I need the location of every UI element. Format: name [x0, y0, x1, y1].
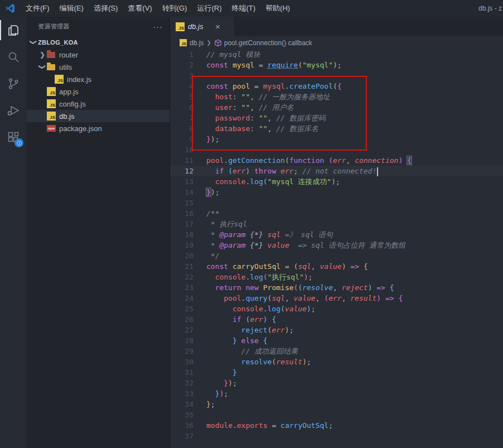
- token: =>: [376, 283, 385, 292]
- line-content: if (err) {: [194, 314, 276, 325]
- code-line-35[interactable]: 35: [170, 410, 503, 420]
- code-line-32[interactable]: 32});: [170, 378, 503, 388]
- line-content: console.log("执行sql");: [194, 272, 312, 282]
- menu-item-2[interactable]: 选择(S): [89, 0, 123, 17]
- token: {: [364, 262, 368, 271]
- code-line-28[interactable]: 28} else {: [170, 335, 503, 346]
- activity-source-control[interactable]: [0, 70, 27, 97]
- code-line-1[interactable]: 1// mysql 模块: [170, 49, 503, 60]
- code-line-37[interactable]: 37: [170, 431, 503, 441]
- code-line-23[interactable]: 23return new Promise((resolve, reject) =…: [170, 282, 503, 293]
- activity-search[interactable]: [0, 44, 27, 70]
- code-line-13[interactable]: 13console.log("mysql 连接成功");: [170, 176, 503, 187]
- menu-item-7[interactable]: 帮助(H): [260, 0, 295, 17]
- token: ): [302, 358, 307, 366]
- tab-dbjs[interactable]: JS db.js ×: [170, 17, 235, 36]
- code-line-20[interactable]: 20 */: [170, 251, 503, 261]
- code-editor[interactable]: 1// mysql 模块2const mysql = require("mysq…: [170, 49, 503, 448]
- breadcrumb-item-0[interactable]: JSdb.js: [180, 39, 204, 47]
- code-line-31[interactable]: 31}: [170, 367, 503, 378]
- code-line-14[interactable]: 14});: [170, 187, 503, 197]
- token: =》 sql 语句: [280, 230, 333, 239]
- activity-explorer[interactable]: [0, 17, 27, 44]
- token: [259, 336, 263, 345]
- code-line-21[interactable]: 21const carryOutSql = (sql, value) => {: [170, 261, 503, 272]
- code-line-36[interactable]: 36module.exports = carryOutSql;: [170, 420, 503, 431]
- menu-item-3[interactable]: 查看(V): [123, 0, 157, 17]
- more-actions-icon[interactable]: ···: [153, 22, 163, 31]
- code-line-18[interactable]: 18 * @param {*} sql =》 sql 语句: [170, 229, 503, 240]
- editor-group: JS db.js × JSdb.js❯pool.getConnection() …: [170, 17, 503, 448]
- code-line-26[interactable]: 26if (err) {: [170, 314, 503, 325]
- line-number: 7: [170, 113, 194, 123]
- code-line-12[interactable]: 12if (err) throw err; // not connected!: [170, 166, 503, 176]
- code-line-17[interactable]: 17 * 执行sql: [170, 219, 503, 229]
- code-line-24[interactable]: 24pool.query(sql, value, (err, result) =…: [170, 293, 503, 304]
- code-line-4[interactable]: 4const pool = mysql.createPool({: [170, 81, 503, 91]
- activity-run-debug[interactable]: [0, 97, 27, 124]
- tree-item-db-js[interactable]: JSdb.js: [27, 110, 170, 122]
- explorer-header: 资源管理器 ···: [27, 17, 170, 36]
- code-line-8[interactable]: 8database: "", // 数据库名: [170, 123, 503, 134]
- code-line-25[interactable]: 25console.log(value);: [170, 304, 503, 314]
- code-line-5[interactable]: 5host: "", // 一般为服务器地址: [170, 91, 503, 102]
- tree-item-package-json[interactable]: npmpackage.json: [27, 122, 170, 134]
- code-line-2[interactable]: 2const mysql = require("mysql");: [170, 60, 503, 70]
- token: mysql: [263, 82, 285, 90]
- token: ;: [311, 305, 316, 313]
- tree-item-config-js[interactable]: JSconfig.js: [27, 98, 170, 110]
- line-content: });: [194, 378, 237, 388]
- line-number: 27: [170, 325, 194, 335]
- code-line-7[interactable]: 7password: "", // 数据库密码: [170, 113, 503, 123]
- workspace-section-header[interactable]: ❯ ZBLOG_KOA: [27, 36, 170, 49]
- token: const: [206, 61, 233, 69]
- token: exports: [237, 421, 268, 430]
- close-icon[interactable]: ×: [212, 21, 223, 32]
- menu-item-6[interactable]: 终端(T): [226, 0, 260, 17]
- line-content: * @param {*} value => sql 语句占位符 通常为数组: [194, 240, 405, 251]
- code-line-30[interactable]: 30resolve(result);: [170, 357, 503, 367]
- menu-item-1[interactable]: 编辑(E): [55, 0, 89, 17]
- token: }: [206, 135, 211, 143]
- code-line-22[interactable]: 22console.log("执行sql");: [170, 272, 503, 282]
- token: (: [333, 82, 337, 90]
- code-line-3[interactable]: 3: [170, 70, 503, 81]
- tree-item-utils[interactable]: ❯utils: [27, 61, 170, 73]
- tree-item-label: package.json: [59, 124, 102, 133]
- token: result: [276, 358, 302, 366]
- token: // 用户名: [259, 103, 293, 112]
- line-number: 14: [170, 187, 194, 197]
- breadcrumb-item-1[interactable]: pool.getConnection() callback: [214, 39, 312, 47]
- code-line-15[interactable]: 15: [170, 197, 503, 208]
- code-line-9[interactable]: 9});: [170, 134, 503, 144]
- menu-item-5[interactable]: 运行(R): [192, 0, 226, 17]
- line-content: });: [194, 388, 228, 399]
- token: ;: [308, 273, 313, 281]
- code-line-11[interactable]: 11pool.getConnection(function (err, conn…: [170, 155, 503, 166]
- tree-item-index-js[interactable]: JSindex.js: [27, 73, 170, 85]
- code-line-27[interactable]: 27reject(err);: [170, 325, 503, 335]
- token: log: [250, 273, 263, 281]
- code-line-10[interactable]: 10: [170, 144, 503, 155]
- code-line-33[interactable]: 33});: [170, 388, 503, 399]
- line-number: 22: [170, 272, 194, 282]
- activity-extensions[interactable]: [0, 124, 27, 151]
- code-line-16[interactable]: 16/**: [170, 208, 503, 219]
- code-line-6[interactable]: 6user: "", // 用户名: [170, 102, 503, 113]
- line-content: return new Promise((resolve, reject) => …: [194, 282, 394, 293]
- code-line-29[interactable]: 29// 成功返回结果: [170, 346, 503, 357]
- line-content: const carryOutSql = (sql, value) => {: [194, 261, 368, 272]
- token: // 一般为服务器地址: [259, 93, 330, 101]
- token: [385, 283, 390, 292]
- menu-item-4[interactable]: 转到(G): [157, 0, 192, 17]
- token: (: [280, 305, 285, 313]
- tree-item-app-js[interactable]: JSapp.js: [27, 85, 170, 98]
- code-line-19[interactable]: 19 * @param {*} value => sql 语句占位符 通常为数组: [170, 240, 503, 251]
- token: ,: [333, 283, 342, 292]
- tree-item-router[interactable]: ❯router: [27, 49, 170, 61]
- line-number: 4: [170, 81, 194, 91]
- menu-bar: 文件(F)编辑(E)选择(S)查看(V)转到(G)运行(R)终端(T)帮助(H): [21, 0, 295, 17]
- code-line-34[interactable]: 34};: [170, 399, 503, 410]
- menu-item-0[interactable]: 文件(F): [21, 0, 55, 17]
- file-tree: ❯router❯utilsJSindex.jsJSapp.jsJSconfig.…: [27, 49, 170, 448]
